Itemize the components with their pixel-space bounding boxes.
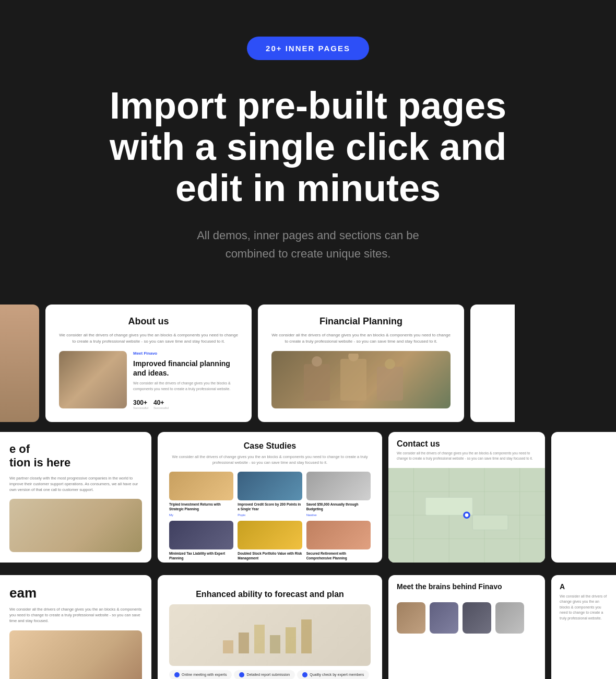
feature-icon-3: [302, 672, 307, 677]
case-title-6: Secured Retirement with Comprehensive Pl…: [306, 552, 371, 560]
case-tag-3: Nastive: [306, 513, 371, 517]
case-title-3: Saved $50,000 Annually through Budgeting: [306, 502, 371, 511]
cards-row-3: eam We consider all the drivers of chang…: [0, 575, 616, 679]
stat-1: 300+ Successful: [133, 399, 148, 409]
team-partial-image: [9, 630, 142, 679]
case-thumb-2: [238, 472, 302, 500]
svg-point-3: [312, 356, 322, 367]
team-avatar-1: [397, 602, 425, 634]
about-inner-desc: We consider all the drivers of change gi…: [133, 381, 238, 392]
feature-text-3: Quality check by expert members: [310, 673, 364, 676]
partial-right3-title: A: [560, 582, 608, 591]
case-tag-2: Popix: [238, 513, 302, 517]
case2-image: [169, 604, 371, 666]
case-item-1: Tripled Investment Returns with Strategi…: [169, 472, 233, 517]
partial-right-card-3: A We consider all the drivers of change …: [551, 575, 616, 679]
case-title-4: Minimized Tax Liability with Expert Plan…: [169, 552, 233, 560]
case-thumb-5: [238, 521, 302, 549]
team-grid: [388, 602, 545, 640]
case-thumb-1: [169, 472, 233, 500]
feature-text-1: Online meeting with experts: [182, 673, 227, 676]
stat1-label: Successful: [133, 406, 148, 409]
svg-point-5: [385, 359, 395, 369]
financial-desc: We consider all the drivers of change gi…: [271, 332, 451, 345]
stat2-label: Successful: [153, 406, 169, 409]
feature-3: Quality check by expert members: [297, 670, 369, 679]
financial-planning-card[interactable]: Financial Planning We consider all the d…: [258, 305, 464, 422]
case-thumb-4: [169, 521, 233, 549]
meet-title: Meet the brains behind Finavo: [397, 582, 537, 591]
team-avatar-4: [495, 602, 524, 634]
feature-2: Detailed report submission: [234, 670, 295, 679]
case2-heading: Enhanced ability to forecast and plan: [169, 590, 371, 599]
hero-subtitle: All demos, inner pages and sections can …: [172, 226, 444, 263]
case-studies-title: Case Studies: [169, 441, 371, 451]
stat-2: 40+ Successful: [153, 399, 169, 409]
partial-solution-card[interactable]: e of tion is here We partner closely wit…: [0, 432, 151, 563]
svg-rect-18: [223, 640, 233, 653]
feature-text-2: Detailed report submission: [246, 673, 290, 676]
team-brains-card[interactable]: Meet the brains behind Finavo Spray Volk: [388, 575, 545, 679]
contact-card[interactable]: Contact us We consider all the drivers o…: [388, 432, 545, 563]
contact-title: Contact us: [397, 439, 537, 449]
case-studies-card[interactable]: Case Studies We consider all the drivers…: [158, 432, 382, 563]
about-us-title: About us: [59, 316, 238, 327]
team-brains-header: Meet the brains behind Finavo: [388, 575, 545, 598]
contact-desc: We consider all the drivers of change gi…: [397, 451, 537, 461]
team-partial-title: eam: [9, 586, 142, 601]
case-studies-2-card[interactable]: Enhanced ability to forecast and plan On…: [158, 575, 382, 679]
case-title-5: Doubled Stock Portfolio Value with Risk …: [238, 552, 302, 560]
about-stats: 300+ Successful 40+ Successful: [133, 399, 238, 409]
hero-title: Import pre-built pages with a single cli…: [73, 85, 543, 209]
partial-right-card-2: [551, 432, 616, 563]
cards-row-2: e of tion is here We partner closely wit…: [0, 432, 616, 568]
svg-point-17: [465, 513, 469, 517]
about-us-text-block: Meet Finavo Improved financial planning …: [133, 351, 238, 409]
contact-map: [388, 468, 545, 563]
about-us-image: [59, 351, 127, 408]
svg-rect-19: [239, 633, 249, 653]
about-us-content: Meet Finavo Improved financial planning …: [59, 351, 238, 411]
svg-rect-22: [286, 627, 296, 653]
about-us-card[interactable]: About us We consider all the drivers of …: [45, 305, 252, 422]
svg-rect-15: [472, 516, 508, 530]
team-avatar-2: [430, 602, 458, 634]
partial-right-card-1: [470, 305, 515, 422]
about-accent: Meet Finavo: [133, 351, 238, 356]
case-thumb-6: [306, 521, 371, 549]
feature-icon-1: [174, 672, 180, 677]
partial-left2-desc: We partner closely with the most progres…: [9, 475, 142, 493]
cards-row-1: About us We consider all the drivers of …: [0, 305, 616, 425]
case2-features: Online meeting with experts Detailed rep…: [169, 670, 371, 679]
feature-1: Online meeting with experts: [169, 670, 232, 679]
case-item-4: Minimized Tax Liability with Expert Plan…: [169, 521, 233, 563]
feature-icon-2: [239, 672, 244, 677]
team-desc: We consider all the drivers of change gi…: [9, 606, 142, 624]
about-inner-title: Improved financial planning and ideas.: [133, 359, 238, 378]
stat2-num: 40+: [153, 399, 169, 406]
case-title-1: Tripled Investment Returns with Strategi…: [169, 502, 233, 511]
financial-image: [271, 351, 451, 408]
case-title-2: Improved Credit Score by 200 Points in a…: [238, 502, 302, 511]
partial-right3-desc: We consider all the drivers of change gi…: [560, 594, 608, 622]
svg-rect-1: [340, 359, 366, 401]
case-studies-desc: We consider all the drivers of change gi…: [169, 454, 371, 466]
about-us-desc: We consider all the drivers of change gi…: [59, 332, 238, 345]
case-item-3: Saved $50,000 Annually through Budgeting…: [306, 472, 371, 517]
financial-title: Financial Planning: [271, 316, 451, 327]
inner-pages-badge[interactable]: 20+ INNER PAGES: [247, 37, 369, 60]
case-item-2: Improved Credit Score by 200 Points in a…: [238, 472, 302, 517]
partial-person-card: [0, 305, 39, 422]
team-avatar-3: [463, 602, 491, 634]
contact-header: Contact us We consider all the drivers o…: [388, 432, 545, 469]
hero-section: 20+ INNER PAGES Import pre-built pages w…: [0, 0, 616, 289]
team-partial-card[interactable]: eam We consider all the drivers of chang…: [0, 575, 151, 679]
svg-rect-2: [377, 367, 403, 401]
partial-left2-title: e of tion is here: [9, 442, 142, 470]
case-studies-grid: Tripled Investment Returns with Strategi…: [169, 472, 371, 563]
partial-left2-image: [9, 499, 142, 552]
stat1-num: 300+: [133, 399, 148, 406]
svg-rect-20: [254, 625, 265, 653]
case-tag-1: My: [169, 513, 233, 517]
svg-rect-21: [270, 635, 280, 653]
